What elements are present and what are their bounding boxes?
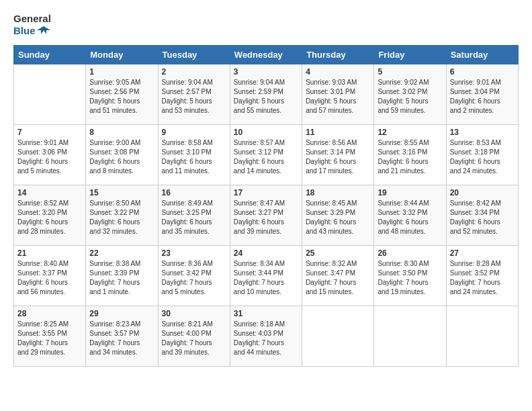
calendar-cell: 26Sunrise: 8:30 AM Sunset: 3:50 PM Dayli… xyxy=(374,245,446,306)
day-header-saturday: Saturday xyxy=(446,45,518,64)
calendar-cell: 25Sunrise: 8:32 AM Sunset: 3:47 PM Dayli… xyxy=(302,245,374,306)
calendar-cell: 8Sunrise: 9:00 AM Sunset: 3:08 PM Daylig… xyxy=(86,124,158,185)
calendar-cell: 24Sunrise: 8:34 AM Sunset: 3:44 PM Dayli… xyxy=(230,245,302,306)
day-info: Sunrise: 8:42 AM Sunset: 3:34 PM Dayligh… xyxy=(450,199,515,236)
day-info: Sunrise: 9:02 AM Sunset: 3:02 PM Dayligh… xyxy=(378,78,442,116)
calendar-cell: 22Sunrise: 8:38 AM Sunset: 3:39 PM Dayli… xyxy=(86,245,158,306)
calendar-cell: 15Sunrise: 8:50 AM Sunset: 3:22 PM Dayli… xyxy=(86,185,158,245)
calendar-week-row: 1Sunrise: 9:05 AM Sunset: 2:56 PM Daylig… xyxy=(14,64,519,124)
calendar-cell xyxy=(446,306,518,366)
calendar-header-row: SundayMondayTuesdayWednesdayThursdayFrid… xyxy=(14,45,519,64)
day-info: Sunrise: 8:58 AM Sunset: 3:10 PM Dayligh… xyxy=(162,138,226,176)
day-info: Sunrise: 8:18 AM Sunset: 4:03 PM Dayligh… xyxy=(234,320,298,357)
calendar-cell: 1Sunrise: 9:05 AM Sunset: 2:56 PM Daylig… xyxy=(86,64,158,124)
day-header-sunday: Sunday xyxy=(14,45,86,64)
day-number: 19 xyxy=(378,188,442,197)
calendar-cell: 21Sunrise: 8:40 AM Sunset: 3:37 PM Dayli… xyxy=(14,245,86,306)
day-number: 3 xyxy=(234,67,298,77)
calendar-cell: 31Sunrise: 8:18 AM Sunset: 4:03 PM Dayli… xyxy=(230,306,302,366)
day-number: 9 xyxy=(162,128,226,137)
day-info: Sunrise: 8:38 AM Sunset: 3:39 PM Dayligh… xyxy=(89,259,154,297)
day-info: Sunrise: 8:52 AM Sunset: 3:20 PM Dayligh… xyxy=(17,199,82,236)
calendar-week-row: 7Sunrise: 9:01 AM Sunset: 3:06 PM Daylig… xyxy=(14,124,519,185)
day-info: Sunrise: 8:50 AM Sunset: 3:22 PM Dayligh… xyxy=(89,199,154,236)
calendar-cell: 3Sunrise: 9:04 AM Sunset: 2:59 PM Daylig… xyxy=(230,64,302,124)
calendar-cell: 4Sunrise: 9:03 AM Sunset: 3:01 PM Daylig… xyxy=(302,64,374,124)
logo-bird-icon xyxy=(37,25,50,38)
day-number: 26 xyxy=(378,248,442,258)
day-info: Sunrise: 9:05 AM Sunset: 2:56 PM Dayligh… xyxy=(89,78,154,116)
day-number: 6 xyxy=(450,67,515,77)
day-header-friday: Friday xyxy=(374,45,446,64)
day-info: Sunrise: 8:49 AM Sunset: 3:25 PM Dayligh… xyxy=(162,199,226,236)
day-info: Sunrise: 9:04 AM Sunset: 2:57 PM Dayligh… xyxy=(162,78,226,116)
day-info: Sunrise: 8:28 AM Sunset: 3:52 PM Dayligh… xyxy=(450,259,515,297)
calendar-week-row: 28Sunrise: 8:25 AM Sunset: 3:55 PM Dayli… xyxy=(14,306,519,366)
calendar-cell: 27Sunrise: 8:28 AM Sunset: 3:52 PM Dayli… xyxy=(446,245,518,306)
calendar-week-row: 21Sunrise: 8:40 AM Sunset: 3:37 PM Dayli… xyxy=(14,245,519,306)
day-info: Sunrise: 9:04 AM Sunset: 2:59 PM Dayligh… xyxy=(234,78,298,116)
day-number: 12 xyxy=(378,128,442,137)
day-info: Sunrise: 8:30 AM Sunset: 3:50 PM Dayligh… xyxy=(378,259,442,297)
day-number: 23 xyxy=(162,248,226,258)
day-header-thursday: Thursday xyxy=(302,45,374,64)
day-info: Sunrise: 9:03 AM Sunset: 3:01 PM Dayligh… xyxy=(306,78,370,116)
calendar-cell: 10Sunrise: 8:57 AM Sunset: 3:12 PM Dayli… xyxy=(230,124,302,185)
calendar-cell: 7Sunrise: 9:01 AM Sunset: 3:06 PM Daylig… xyxy=(14,124,86,185)
day-number: 30 xyxy=(162,309,226,318)
svg-marker-0 xyxy=(37,26,50,34)
day-number: 21 xyxy=(17,248,82,258)
calendar-cell: 28Sunrise: 8:25 AM Sunset: 3:55 PM Dayli… xyxy=(14,306,86,366)
day-info: Sunrise: 8:32 AM Sunset: 3:47 PM Dayligh… xyxy=(306,259,370,297)
day-number: 1 xyxy=(89,67,154,77)
calendar-cell: 9Sunrise: 8:58 AM Sunset: 3:10 PM Daylig… xyxy=(158,124,230,185)
calendar-cell: 20Sunrise: 8:42 AM Sunset: 3:34 PM Dayli… xyxy=(446,185,518,245)
day-info: Sunrise: 8:23 AM Sunset: 3:57 PM Dayligh… xyxy=(89,320,154,357)
day-info: Sunrise: 8:44 AM Sunset: 3:32 PM Dayligh… xyxy=(378,199,442,236)
day-number: 10 xyxy=(234,128,298,137)
day-number: 8 xyxy=(89,128,154,137)
calendar-cell: 11Sunrise: 8:56 AM Sunset: 3:14 PM Dayli… xyxy=(302,124,374,185)
day-number: 14 xyxy=(17,188,82,197)
day-header-monday: Monday xyxy=(86,45,158,64)
day-number: 7 xyxy=(17,128,82,137)
day-number: 13 xyxy=(450,128,515,137)
calendar-cell: 6Sunrise: 9:01 AM Sunset: 3:04 PM Daylig… xyxy=(446,64,518,124)
day-info: Sunrise: 9:00 AM Sunset: 3:08 PM Dayligh… xyxy=(89,138,154,176)
calendar-table: SundayMondayTuesdayWednesdayThursdayFrid… xyxy=(13,45,519,367)
day-info: Sunrise: 8:34 AM Sunset: 3:44 PM Dayligh… xyxy=(234,259,298,297)
day-number: 11 xyxy=(306,128,370,137)
day-info: Sunrise: 8:47 AM Sunset: 3:27 PM Dayligh… xyxy=(234,199,298,236)
calendar-cell: 2Sunrise: 9:04 AM Sunset: 2:57 PM Daylig… xyxy=(158,64,230,124)
day-number: 25 xyxy=(306,248,370,258)
calendar-cell: 16Sunrise: 8:49 AM Sunset: 3:25 PM Dayli… xyxy=(158,185,230,245)
day-info: Sunrise: 8:40 AM Sunset: 3:37 PM Dayligh… xyxy=(17,259,82,297)
calendar-cell: 12Sunrise: 8:55 AM Sunset: 3:16 PM Dayli… xyxy=(374,124,446,185)
calendar-cell xyxy=(14,64,86,124)
day-number: 4 xyxy=(306,67,370,77)
day-number: 15 xyxy=(89,188,154,197)
day-number: 17 xyxy=(234,188,298,197)
calendar-cell: 23Sunrise: 8:36 AM Sunset: 3:42 PM Dayli… xyxy=(158,245,230,306)
day-number: 2 xyxy=(162,67,226,77)
day-number: 5 xyxy=(378,67,442,77)
day-number: 18 xyxy=(306,188,370,197)
calendar-cell xyxy=(374,306,446,366)
day-number: 31 xyxy=(234,309,298,318)
day-header-wednesday: Wednesday xyxy=(230,45,302,64)
logo-text: General Blue xyxy=(13,13,51,38)
day-number: 28 xyxy=(17,309,82,318)
calendar-cell: 13Sunrise: 8:53 AM Sunset: 3:18 PM Dayli… xyxy=(446,124,518,185)
day-info: Sunrise: 8:55 AM Sunset: 3:16 PM Dayligh… xyxy=(378,138,442,176)
day-info: Sunrise: 8:53 AM Sunset: 3:18 PM Dayligh… xyxy=(450,138,515,176)
day-number: 16 xyxy=(162,188,226,197)
page-header: General Blue xyxy=(13,13,519,38)
day-info: Sunrise: 8:25 AM Sunset: 3:55 PM Dayligh… xyxy=(17,320,82,357)
day-info: Sunrise: 8:45 AM Sunset: 3:29 PM Dayligh… xyxy=(306,199,370,236)
calendar-cell xyxy=(302,306,374,366)
calendar-cell: 29Sunrise: 8:23 AM Sunset: 3:57 PM Dayli… xyxy=(86,306,158,366)
day-info: Sunrise: 8:56 AM Sunset: 3:14 PM Dayligh… xyxy=(306,138,370,176)
calendar-cell: 19Sunrise: 8:44 AM Sunset: 3:32 PM Dayli… xyxy=(374,185,446,245)
day-info: Sunrise: 8:36 AM Sunset: 3:42 PM Dayligh… xyxy=(162,259,226,297)
day-info: Sunrise: 8:57 AM Sunset: 3:12 PM Dayligh… xyxy=(234,138,298,176)
